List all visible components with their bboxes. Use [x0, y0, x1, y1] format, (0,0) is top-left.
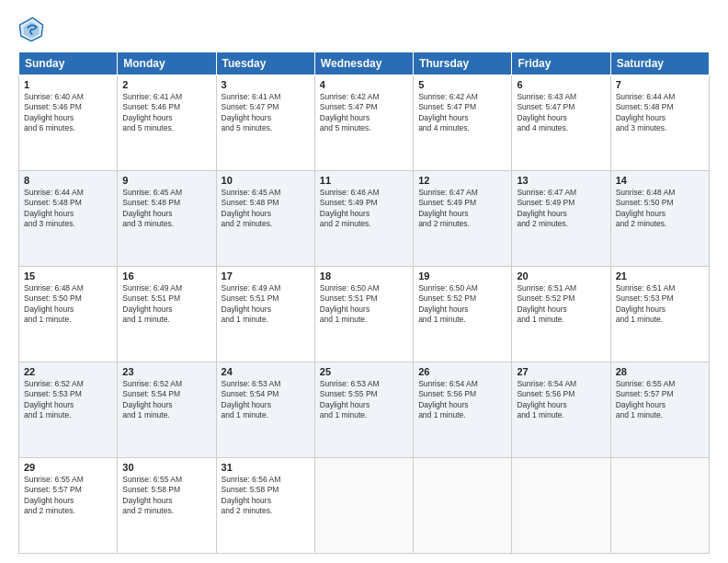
weekday-header-row: SundayMondayTuesdayWednesdayThursdayFrid… [19, 52, 710, 75]
calendar-cell: 24 Sunrise: 6:53 AM Sunset: 5:54 PM Dayl… [216, 362, 314, 458]
calendar-cell: 11 Sunrise: 6:46 AM Sunset: 5:49 PM Dayl… [314, 171, 413, 267]
calendar-cell: 2 Sunrise: 6:41 AM Sunset: 5:46 PM Dayli… [118, 75, 216, 171]
day-number: 17 [222, 270, 310, 282]
day-info: Sunrise: 6:55 AM Sunset: 5:57 PM Dayligh… [616, 379, 704, 421]
day-info: Sunrise: 6:41 AM Sunset: 5:47 PM Dayligh… [222, 92, 310, 134]
day-info: Sunrise: 6:44 AM Sunset: 5:48 PM Dayligh… [24, 188, 112, 230]
calendar-cell [414, 458, 512, 554]
weekday-header-tuesday: Tuesday [216, 52, 314, 75]
calendar-cell: 14 Sunrise: 6:48 AM Sunset: 5:50 PM Dayl… [610, 171, 709, 267]
day-number: 9 [122, 175, 210, 186]
day-number: 1 [24, 79, 112, 90]
calendar-cell: 16 Sunrise: 6:49 AM Sunset: 5:51 PM Dayl… [118, 267, 216, 362]
day-info: Sunrise: 6:44 AM Sunset: 5:48 PM Dayligh… [616, 92, 704, 134]
day-number: 4 [320, 79, 408, 90]
day-number: 10 [222, 175, 310, 186]
calendar-cell: 4 Sunrise: 6:42 AM Sunset: 5:47 PM Dayli… [314, 75, 413, 171]
calendar-cell: 23 Sunrise: 6:52 AM Sunset: 5:54 PM Dayl… [118, 362, 216, 458]
calendar-cell: 15 Sunrise: 6:48 AM Sunset: 5:50 PM Dayl… [19, 267, 118, 362]
day-info: Sunrise: 6:52 AM Sunset: 5:53 PM Dayligh… [24, 379, 112, 421]
day-number: 29 [24, 462, 112, 473]
calendar-cell: 30 Sunrise: 6:55 AM Sunset: 5:58 PM Dayl… [118, 458, 216, 554]
day-info: Sunrise: 6:51 AM Sunset: 5:52 PM Dayligh… [517, 283, 605, 326]
day-number: 16 [122, 270, 210, 282]
day-number: 12 [418, 175, 506, 186]
calendar-body: 1 Sunrise: 6:40 AM Sunset: 5:46 PM Dayli… [19, 75, 710, 554]
calendar-cell: 1 Sunrise: 6:40 AM Sunset: 5:46 PM Dayli… [19, 75, 118, 171]
calendar-cell [314, 458, 413, 554]
weekday-header-saturday: Saturday [610, 52, 709, 75]
calendar-cell: 20 Sunrise: 6:51 AM Sunset: 5:52 PM Dayl… [512, 267, 610, 362]
day-number: 24 [222, 366, 310, 377]
day-number: 8 [24, 175, 112, 186]
calendar-cell: 25 Sunrise: 6:53 AM Sunset: 5:55 PM Dayl… [314, 362, 413, 458]
day-number: 28 [616, 366, 704, 377]
day-number: 15 [24, 270, 112, 282]
day-info: Sunrise: 6:45 AM Sunset: 5:48 PM Dayligh… [122, 188, 210, 230]
calendar-cell: 18 Sunrise: 6:50 AM Sunset: 5:51 PM Dayl… [314, 267, 413, 362]
day-info: Sunrise: 6:42 AM Sunset: 5:47 PM Dayligh… [418, 92, 506, 134]
calendar-cell [512, 458, 610, 554]
calendar-table: SundayMondayTuesdayWednesdayThursdayFrid… [18, 52, 710, 554]
day-info: Sunrise: 6:46 AM Sunset: 5:49 PM Dayligh… [320, 188, 408, 230]
calendar-cell: 7 Sunrise: 6:44 AM Sunset: 5:48 PM Dayli… [610, 75, 709, 171]
day-number: 11 [320, 175, 408, 186]
day-info: Sunrise: 6:50 AM Sunset: 5:52 PM Dayligh… [418, 283, 506, 326]
day-info: Sunrise: 6:47 AM Sunset: 5:49 PM Dayligh… [517, 188, 605, 230]
day-info: Sunrise: 6:48 AM Sunset: 5:50 PM Dayligh… [24, 283, 112, 326]
weekday-header-sunday: Sunday [19, 52, 118, 75]
calendar-cell: 22 Sunrise: 6:52 AM Sunset: 5:53 PM Dayl… [19, 362, 118, 458]
day-number: 26 [418, 366, 506, 377]
day-number: 31 [222, 462, 310, 473]
week-row-3: 15 Sunrise: 6:48 AM Sunset: 5:50 PM Dayl… [19, 267, 710, 362]
weekday-header-friday: Friday [512, 52, 610, 75]
logo-icon [18, 17, 44, 42]
day-number: 14 [616, 175, 704, 186]
day-info: Sunrise: 6:48 AM Sunset: 5:50 PM Dayligh… [616, 188, 704, 230]
weekday-header-wednesday: Wednesday [314, 52, 413, 75]
day-info: Sunrise: 6:54 AM Sunset: 5:56 PM Dayligh… [517, 379, 605, 421]
day-number: 3 [222, 79, 310, 90]
logo [18, 17, 48, 42]
day-number: 19 [418, 270, 506, 282]
page: SundayMondayTuesdayWednesdayThursdayFrid… [0, 0, 728, 563]
day-number: 20 [517, 270, 605, 282]
day-info: Sunrise: 6:50 AM Sunset: 5:51 PM Dayligh… [320, 283, 408, 326]
week-row-4: 22 Sunrise: 6:52 AM Sunset: 5:53 PM Dayl… [19, 362, 710, 458]
day-info: Sunrise: 6:51 AM Sunset: 5:53 PM Dayligh… [616, 283, 704, 326]
calendar-cell [610, 458, 709, 554]
weekday-header-monday: Monday [118, 52, 216, 75]
day-info: Sunrise: 6:54 AM Sunset: 5:56 PM Dayligh… [418, 379, 506, 421]
day-number: 30 [122, 462, 210, 473]
day-info: Sunrise: 6:52 AM Sunset: 5:54 PM Dayligh… [122, 379, 210, 421]
day-number: 25 [320, 366, 408, 377]
day-number: 13 [517, 175, 605, 186]
week-row-5: 29 Sunrise: 6:55 AM Sunset: 5:57 PM Dayl… [19, 458, 710, 554]
week-row-1: 1 Sunrise: 6:40 AM Sunset: 5:46 PM Dayli… [19, 75, 710, 171]
day-number: 2 [122, 79, 210, 90]
day-info: Sunrise: 6:55 AM Sunset: 5:57 PM Dayligh… [24, 475, 112, 517]
day-info: Sunrise: 6:49 AM Sunset: 5:51 PM Dayligh… [222, 283, 310, 326]
calendar-cell: 9 Sunrise: 6:45 AM Sunset: 5:48 PM Dayli… [118, 171, 216, 267]
calendar-cell: 3 Sunrise: 6:41 AM Sunset: 5:47 PM Dayli… [216, 75, 314, 171]
day-info: Sunrise: 6:42 AM Sunset: 5:47 PM Dayligh… [320, 92, 408, 134]
day-info: Sunrise: 6:56 AM Sunset: 5:58 PM Dayligh… [222, 475, 310, 517]
calendar-cell: 10 Sunrise: 6:45 AM Sunset: 5:48 PM Dayl… [216, 171, 314, 267]
day-info: Sunrise: 6:40 AM Sunset: 5:46 PM Dayligh… [24, 92, 112, 134]
day-number: 7 [616, 79, 704, 90]
week-row-2: 8 Sunrise: 6:44 AM Sunset: 5:48 PM Dayli… [19, 171, 710, 267]
calendar-cell: 29 Sunrise: 6:55 AM Sunset: 5:57 PM Dayl… [19, 458, 118, 554]
calendar-cell: 6 Sunrise: 6:43 AM Sunset: 5:47 PM Dayli… [512, 75, 610, 171]
calendar-cell: 12 Sunrise: 6:47 AM Sunset: 5:49 PM Dayl… [414, 171, 512, 267]
calendar-cell: 5 Sunrise: 6:42 AM Sunset: 5:47 PM Dayli… [414, 75, 512, 171]
calendar-cell: 27 Sunrise: 6:54 AM Sunset: 5:56 PM Dayl… [512, 362, 610, 458]
calendar-cell: 19 Sunrise: 6:50 AM Sunset: 5:52 PM Dayl… [414, 267, 512, 362]
day-info: Sunrise: 6:41 AM Sunset: 5:46 PM Dayligh… [122, 92, 210, 134]
day-info: Sunrise: 6:55 AM Sunset: 5:58 PM Dayligh… [122, 475, 210, 517]
weekday-header-thursday: Thursday [414, 52, 512, 75]
day-number: 27 [517, 366, 605, 377]
day-number: 21 [616, 270, 704, 282]
calendar-cell: 13 Sunrise: 6:47 AM Sunset: 5:49 PM Dayl… [512, 171, 610, 267]
day-info: Sunrise: 6:49 AM Sunset: 5:51 PM Dayligh… [122, 283, 210, 326]
day-info: Sunrise: 6:53 AM Sunset: 5:55 PM Dayligh… [320, 379, 408, 421]
